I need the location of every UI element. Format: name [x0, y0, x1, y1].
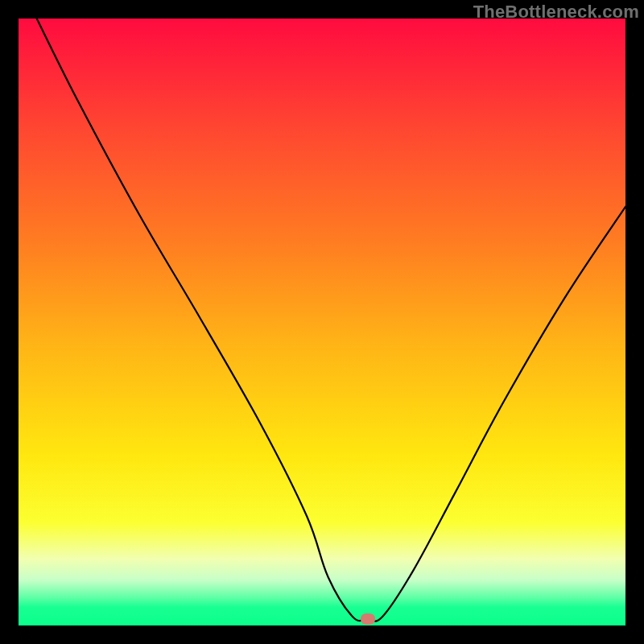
curve-svg — [19, 19, 625, 625]
curve-line — [37, 19, 625, 621]
chart-frame: TheBottleneck.com — [0, 0, 644, 644]
plot-area — [19, 19, 625, 625]
minimum-marker — [361, 613, 375, 625]
watermark-text: TheBottleneck.com — [473, 2, 639, 23]
